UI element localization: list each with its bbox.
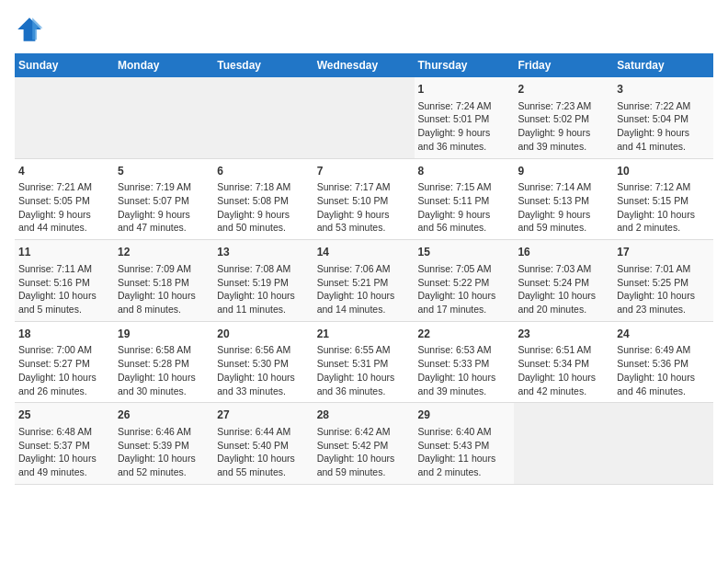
day-number: 11 (18, 245, 110, 260)
day-info: Sunrise: 7:01 AM Sunset: 5:25 PM Dayligh… (617, 262, 710, 316)
calendar-cell: 22Sunrise: 6:53 AM Sunset: 5:33 PM Dayli… (415, 321, 515, 403)
calendar-cell: 7Sunrise: 7:17 AM Sunset: 5:10 PM Daylig… (313, 158, 415, 240)
calendar-cell: 11Sunrise: 7:11 AM Sunset: 5:16 PM Dayli… (15, 240, 114, 322)
calendar-cell (613, 403, 713, 485)
calendar-cell: 27Sunrise: 6:44 AM Sunset: 5:40 PM Dayli… (213, 403, 313, 485)
weekday-header: Tuesday (213, 53, 313, 77)
calendar-cell: 24Sunrise: 6:49 AM Sunset: 5:36 PM Dayli… (613, 321, 713, 403)
calendar-cell: 25Sunrise: 6:48 AM Sunset: 5:37 PM Dayli… (15, 403, 114, 485)
day-info: Sunrise: 7:22 AM Sunset: 5:04 PM Dayligh… (617, 99, 710, 154)
calendar-week-row: 25Sunrise: 6:48 AM Sunset: 5:37 PM Dayli… (15, 403, 713, 485)
day-info: Sunrise: 6:42 AM Sunset: 5:42 PM Dayligh… (317, 425, 411, 479)
day-number: 23 (518, 327, 609, 342)
calendar-table: SundayMondayTuesdayWednesdayThursdayFrid… (15, 53, 713, 485)
day-number: 20 (217, 327, 309, 342)
weekday-header: Wednesday (313, 53, 415, 77)
day-number: 1 (418, 82, 511, 98)
day-number: 10 (617, 164, 710, 179)
calendar-cell: 14Sunrise: 7:06 AM Sunset: 5:21 PM Dayli… (313, 240, 415, 322)
day-info: Sunrise: 7:18 AM Sunset: 5:08 PM Dayligh… (217, 180, 309, 235)
day-info: Sunrise: 7:19 AM Sunset: 5:07 PM Dayligh… (118, 180, 210, 235)
day-info: Sunrise: 7:09 AM Sunset: 5:18 PM Dayligh… (118, 262, 210, 316)
calendar-cell: 18Sunrise: 7:00 AM Sunset: 5:27 PM Dayli… (15, 321, 114, 403)
weekday-header: Thursday (415, 53, 515, 77)
calendar-cell (514, 403, 613, 485)
day-info: Sunrise: 7:23 AM Sunset: 5:02 PM Dayligh… (518, 99, 609, 154)
day-info: Sunrise: 6:40 AM Sunset: 5:43 PM Dayligh… (418, 425, 511, 479)
day-info: Sunrise: 6:58 AM Sunset: 5:28 PM Dayligh… (118, 343, 210, 397)
day-number: 24 (617, 327, 710, 342)
day-number: 18 (18, 327, 110, 342)
calendar-cell: 5Sunrise: 7:19 AM Sunset: 5:07 PM Daylig… (114, 158, 213, 240)
calendar-cell: 29Sunrise: 6:40 AM Sunset: 5:43 PM Dayli… (415, 403, 515, 485)
day-info: Sunrise: 7:21 AM Sunset: 5:05 PM Dayligh… (18, 180, 110, 235)
calendar-cell: 6Sunrise: 7:18 AM Sunset: 5:08 PM Daylig… (213, 158, 313, 240)
day-number: 5 (118, 164, 210, 179)
day-number: 19 (118, 327, 210, 342)
calendar-cell: 23Sunrise: 6:51 AM Sunset: 5:34 PM Dayli… (514, 321, 613, 403)
day-number: 21 (317, 327, 411, 342)
day-number: 6 (217, 164, 309, 179)
day-number: 16 (518, 245, 609, 260)
day-info: Sunrise: 7:24 AM Sunset: 5:01 PM Dayligh… (418, 99, 511, 154)
logo-icon (15, 15, 44, 44)
day-number: 4 (18, 164, 110, 179)
day-info: Sunrise: 7:11 AM Sunset: 5:16 PM Dayligh… (18, 262, 110, 316)
calendar-cell: 20Sunrise: 6:56 AM Sunset: 5:30 PM Dayli… (213, 321, 313, 403)
day-number: 15 (418, 245, 511, 260)
weekday-header: Sunday (15, 53, 114, 77)
day-number: 25 (18, 408, 110, 423)
logo (15, 15, 48, 44)
day-number: 26 (118, 408, 210, 423)
day-info: Sunrise: 7:17 AM Sunset: 5:10 PM Dayligh… (317, 180, 411, 235)
day-info: Sunrise: 7:08 AM Sunset: 5:19 PM Dayligh… (217, 262, 309, 316)
calendar-cell (313, 77, 415, 158)
day-info: Sunrise: 6:44 AM Sunset: 5:40 PM Dayligh… (217, 425, 309, 479)
calendar-cell: 19Sunrise: 6:58 AM Sunset: 5:28 PM Dayli… (114, 321, 213, 403)
day-number: 9 (518, 164, 609, 179)
calendar-cell (114, 77, 213, 158)
day-number: 17 (617, 245, 710, 260)
day-number: 12 (118, 245, 210, 260)
day-info: Sunrise: 6:49 AM Sunset: 5:36 PM Dayligh… (617, 343, 710, 397)
day-number: 14 (317, 245, 411, 260)
calendar-week-row: 11Sunrise: 7:11 AM Sunset: 5:16 PM Dayli… (15, 240, 713, 322)
calendar-cell: 8Sunrise: 7:15 AM Sunset: 5:11 PM Daylig… (415, 158, 515, 240)
day-info: Sunrise: 6:55 AM Sunset: 5:31 PM Dayligh… (317, 343, 411, 397)
day-number: 7 (317, 164, 411, 179)
calendar-cell (15, 77, 114, 158)
day-info: Sunrise: 7:00 AM Sunset: 5:27 PM Dayligh… (18, 343, 110, 397)
calendar-cell: 13Sunrise: 7:08 AM Sunset: 5:19 PM Dayli… (213, 240, 313, 322)
svg-marker-0 (17, 17, 41, 41)
weekday-header: Monday (114, 53, 213, 77)
calendar-cell: 15Sunrise: 7:05 AM Sunset: 5:22 PM Dayli… (415, 240, 515, 322)
calendar-cell: 17Sunrise: 7:01 AM Sunset: 5:25 PM Dayli… (613, 240, 713, 322)
calendar-cell: 12Sunrise: 7:09 AM Sunset: 5:18 PM Dayli… (114, 240, 213, 322)
day-number: 2 (518, 82, 609, 98)
page-header (15, 15, 713, 44)
calendar-cell: 21Sunrise: 6:55 AM Sunset: 5:31 PM Dayli… (313, 321, 415, 403)
day-info: Sunrise: 6:48 AM Sunset: 5:37 PM Dayligh… (18, 425, 110, 479)
calendar-cell: 1Sunrise: 7:24 AM Sunset: 5:01 PM Daylig… (415, 77, 515, 158)
calendar-cell: 28Sunrise: 6:42 AM Sunset: 5:42 PM Dayli… (313, 403, 415, 485)
calendar-cell: 16Sunrise: 7:03 AM Sunset: 5:24 PM Dayli… (514, 240, 613, 322)
day-info: Sunrise: 6:56 AM Sunset: 5:30 PM Dayligh… (217, 343, 309, 397)
calendar-cell: 2Sunrise: 7:23 AM Sunset: 5:02 PM Daylig… (514, 77, 613, 158)
day-info: Sunrise: 7:15 AM Sunset: 5:11 PM Dayligh… (418, 180, 511, 235)
day-number: 8 (418, 164, 511, 179)
day-number: 27 (217, 408, 309, 423)
calendar-cell: 4Sunrise: 7:21 AM Sunset: 5:05 PM Daylig… (15, 158, 114, 240)
day-info: Sunrise: 6:53 AM Sunset: 5:33 PM Dayligh… (418, 343, 511, 397)
day-info: Sunrise: 7:06 AM Sunset: 5:21 PM Dayligh… (317, 262, 411, 316)
calendar-week-row: 4Sunrise: 7:21 AM Sunset: 5:05 PM Daylig… (15, 158, 713, 240)
day-info: Sunrise: 7:12 AM Sunset: 5:15 PM Dayligh… (617, 180, 710, 235)
calendar-cell: 10Sunrise: 7:12 AM Sunset: 5:15 PM Dayli… (613, 158, 713, 240)
day-number: 29 (418, 408, 511, 423)
weekday-header-row: SundayMondayTuesdayWednesdayThursdayFrid… (15, 53, 713, 77)
day-number: 28 (317, 408, 411, 423)
weekday-header: Friday (514, 53, 613, 77)
day-info: Sunrise: 7:03 AM Sunset: 5:24 PM Dayligh… (518, 262, 609, 316)
day-info: Sunrise: 7:05 AM Sunset: 5:22 PM Dayligh… (418, 262, 511, 316)
calendar-week-row: 1Sunrise: 7:24 AM Sunset: 5:01 PM Daylig… (15, 77, 713, 158)
day-info: Sunrise: 7:14 AM Sunset: 5:13 PM Dayligh… (518, 180, 609, 235)
